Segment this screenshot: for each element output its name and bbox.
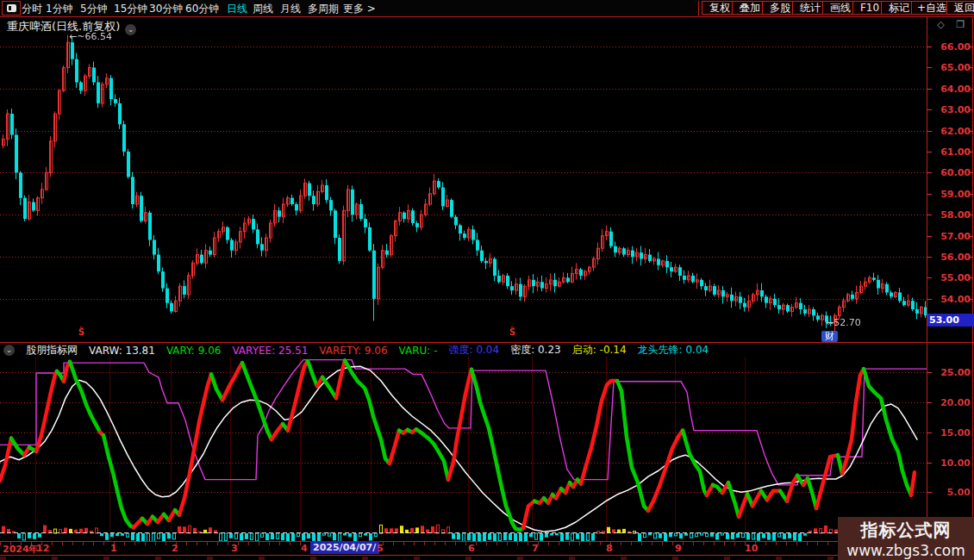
menu-item-8[interactable]: 周线 (253, 2, 273, 16)
indicator-axis-label: 5.00 (933, 487, 971, 498)
indicator-chart-canvas[interactable] (0, 357, 927, 541)
price-axis-tick (927, 215, 932, 215)
corner-window-icons[interactable]: ◇ ❐ (937, 19, 969, 30)
price-axis-tick (927, 299, 932, 300)
indicator-axis-tick (927, 372, 932, 373)
indicator-field-varu: VARU: - (399, 345, 438, 357)
price-axis-label: 63.00 (933, 104, 971, 115)
price-axis-tick (969, 194, 973, 195)
price-axis-tick (927, 89, 932, 90)
price-axis-label: 57.00 (933, 230, 971, 241)
price-axis-tick (969, 277, 973, 278)
price-axis-label: 54.00 (933, 293, 971, 304)
signal-marker-icon: Ŝ (78, 328, 84, 337)
price-annotation: ←~66.54 (69, 31, 112, 42)
price-axis-label: 62.00 (933, 125, 971, 136)
indicator-source-label: 股朋指标网 (26, 343, 78, 358)
price-axis-tick (969, 215, 973, 215)
indicator-axis-tick (927, 402, 932, 403)
price-axis-tick (969, 172, 973, 173)
price-axis-tick (969, 109, 973, 110)
toolbar-button-9[interactable]: 返回 (946, 1, 974, 15)
indicator-field-varw: VARW: 13.81 (89, 345, 155, 357)
x-axis-month-label: 10 (745, 543, 758, 554)
menu-item-11[interactable]: 更多 > (343, 2, 376, 16)
last-price-badge: 53.00 (927, 314, 974, 327)
x-axis-month-label: 4 (301, 543, 308, 554)
x-axis-month-label: 3 (231, 543, 238, 554)
y-axis-border (927, 17, 927, 560)
price-axis-tick (927, 152, 932, 152)
indicator-axis-label: 20.00 (933, 397, 971, 408)
layout-panel-icon[interactable] (2, 1, 21, 16)
x-axis-month-label: 1 (110, 543, 117, 554)
price-axis-tick (969, 47, 973, 47)
price-axis-label: 56.00 (933, 252, 971, 263)
price-axis-label: 55.00 (933, 272, 971, 283)
indicator-field-varyee: VARYEE: 25.51 (232, 345, 308, 357)
price-axis-label: 59.00 (933, 188, 971, 199)
indicator-axis-label: 25.00 (933, 367, 971, 378)
price-axis-label: 61.00 (933, 146, 971, 158)
price-axis-tick (969, 89, 973, 90)
indicator-axis-label: 15.00 (933, 426, 971, 438)
price-axis-tick (969, 152, 973, 152)
x-axis[interactable]: 2024年 2025/04/07/— 5 121234678910 (0, 541, 974, 556)
price-axis-tick (927, 47, 932, 47)
menu-item-6[interactable]: 60分钟 (185, 2, 219, 16)
menu-item-2[interactable]: 1分钟 (46, 2, 73, 16)
signal-marker-icon: Ŝ (509, 328, 515, 337)
x-axis-month-label: 9 (675, 543, 682, 554)
indicator-field-vary: VARY: 9.06 (166, 345, 222, 357)
price-axis-tick (927, 236, 932, 237)
price-axis-label: 64.00 (933, 83, 971, 94)
price-axis-label: 58.00 (933, 209, 971, 221)
price-annotation: ←52.70 (826, 317, 861, 328)
indicator-field-: 龙头先锋: 0.04 (638, 343, 709, 358)
stock-app-window: 分时1分钟5分钟15分钟30分钟60分钟日线周线月线多周期更多 >复权叠加多股统… (0, 0, 974, 560)
menu-item-7[interactable]: 日线 (227, 2, 247, 16)
selected-date-box[interactable]: 2025/04/07/— (310, 541, 379, 554)
indicator-axis-tick (927, 492, 932, 493)
x-axis-month-label: 2 (172, 543, 178, 554)
x-axis-year-label: 2024年 (3, 543, 39, 556)
x-axis-ticks (0, 542, 927, 545)
price-axis-label: 65.00 (933, 62, 971, 73)
price-axis-tick (969, 236, 973, 237)
price-axis-tick (969, 67, 973, 68)
price-axis-tick (927, 194, 932, 195)
right-edge-border (972, 17, 973, 560)
candlestick-chart-canvas[interactable] (0, 17, 927, 342)
watermark-box: 指标公式网 www.zbgs3.com (838, 517, 974, 560)
indicator-field-varety: VARETY: 9.06 (319, 345, 387, 357)
price-axis-tick (927, 109, 932, 110)
price-axis-label: 66.00 (933, 41, 971, 53)
xaxis-bottom-line (0, 555, 974, 556)
x-axis-month-label: 7 (532, 543, 539, 554)
indicator-field-: 密度: 0.23 (510, 343, 561, 358)
menu-item-4[interactable]: 15分钟 (114, 2, 147, 16)
top-menu-bar: 分时1分钟5分钟15分钟30分钟60分钟日线周线月线多周期更多 >复权叠加多股统… (0, 0, 974, 16)
indicator-axis-tick (927, 432, 932, 433)
indicator-axis-label: 10.00 (933, 457, 971, 468)
price-axis-tick (927, 277, 932, 278)
indicator-field-: 强度: 0.04 (449, 343, 500, 358)
price-axis-tick (969, 257, 973, 258)
x-axis-month-label: 5 (377, 543, 384, 554)
indicator-collapse-icon[interactable]: ⌄ (3, 345, 15, 356)
flag-badge: 财 (821, 331, 838, 342)
menu-item-9[interactable]: 月线 (280, 2, 301, 16)
x-axis-month-label: 8 (606, 543, 613, 554)
watermark-url: www.zbgs3.com (846, 542, 965, 559)
price-axis-tick (969, 299, 973, 300)
price-axis-tick (969, 131, 973, 132)
menu-item-5[interactable]: 30分钟 (149, 2, 183, 16)
price-axis-tick (927, 131, 932, 132)
indicator-axis-tick (927, 463, 932, 464)
indicator-header: ⌄ 股朋指标网VARW: 13.81VARY: 9.06VARYEE: 25.5… (3, 344, 924, 357)
menu-group-divider (698, 1, 699, 16)
x-axis-month-label: 6 (468, 543, 475, 554)
menu-item-3[interactable]: 5分钟 (80, 2, 108, 16)
menu-item-10[interactable]: 多周期 (308, 2, 339, 16)
menu-item-1[interactable]: 分时 (22, 2, 42, 16)
